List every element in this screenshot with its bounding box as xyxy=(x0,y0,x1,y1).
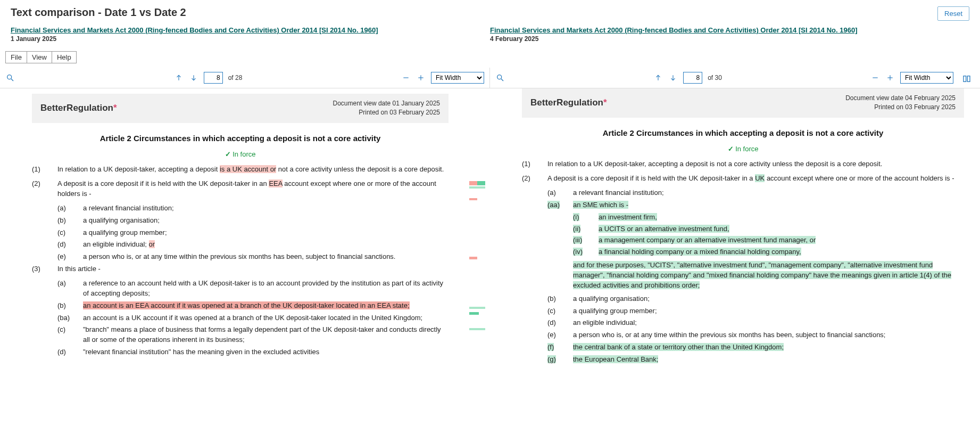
diff-deletion: or xyxy=(149,240,155,248)
zoom-out-icon[interactable] xyxy=(870,73,880,83)
left-zoom-select[interactable]: Fit Width xyxy=(431,72,484,84)
diff-addition: the European Central Bank; xyxy=(573,355,658,363)
page-title: Text comparison - Date 1 vs Date 2 xyxy=(11,6,186,19)
left-toolbar: of 28 Fit Width xyxy=(0,68,490,88)
printed-date: Printed on 03 February 2025 xyxy=(845,103,956,112)
sub-text: a qualifying organisation; xyxy=(83,216,449,226)
diff-marker[interactable] xyxy=(469,257,485,261)
sub-text: an account is an EEA account if it was o… xyxy=(83,301,449,311)
left-doc-page: BetterRegulation* Document view date 01 … xyxy=(0,88,464,372)
left-page-total: of 28 xyxy=(228,74,243,81)
diff-marker[interactable] xyxy=(469,307,485,311)
menu-view[interactable]: View xyxy=(27,52,52,63)
left-doc-topbar: BetterRegulation* Document view date 01 … xyxy=(32,94,449,123)
brand-logo: BetterRegulation* xyxy=(40,102,117,115)
sub-text: a qualifying group member; xyxy=(83,228,449,238)
para-text: In relation to a UK deposit-taker, accep… xyxy=(57,165,449,175)
right-doc-link[interactable]: Financial Services and Markets Act 2000 … xyxy=(490,26,857,34)
reset-button[interactable]: Reset xyxy=(937,6,969,21)
right-doc-topbar: BetterRegulation* Document view date 04 … xyxy=(522,88,964,118)
view-date: Document view date 04 February 2025 xyxy=(845,94,956,103)
in-force-badge: In force xyxy=(32,150,449,160)
para-text: In relation to a UK deposit-taker, accep… xyxy=(547,159,964,169)
sub-text: a person who is, or at any time within t… xyxy=(83,252,449,262)
sub-text: a qualifying group member; xyxy=(573,306,964,316)
diff-addition: and for these purposes, "UCITS", "altern… xyxy=(573,261,951,289)
diff-addition: a management company or an alternative i… xyxy=(599,236,816,244)
left-doc-link[interactable]: Financial Services and Markets Act 2000 … xyxy=(11,26,378,34)
diff-addition: a financial holding company or a mixed f… xyxy=(599,248,801,256)
sub-text: a relevant financial institution; xyxy=(83,203,449,214)
diff-addition: the central bank of a state or territory… xyxy=(573,343,784,351)
zoom-in-icon[interactable] xyxy=(885,73,895,83)
para-num: (2) xyxy=(522,174,547,184)
svg-line-1 xyxy=(11,79,13,81)
svg-line-8 xyxy=(501,79,503,81)
diff-marker[interactable] xyxy=(469,186,485,191)
svg-point-0 xyxy=(7,75,12,79)
right-page-input[interactable] xyxy=(683,72,702,84)
svg-point-7 xyxy=(497,75,502,79)
zoom-out-icon[interactable] xyxy=(401,73,411,83)
menubar: File View Help xyxy=(5,51,77,63)
sub-text: an SME which is - xyxy=(573,200,964,210)
sub-text: a person who is, or at any time within t… xyxy=(573,330,964,340)
diff-deletion: is a UK account or xyxy=(220,165,276,173)
prev-page-icon[interactable] xyxy=(174,73,184,83)
brand-logo: BetterRegulation* xyxy=(530,96,607,110)
subsub-text: an investment firm, xyxy=(599,213,964,223)
svg-rect-15 xyxy=(967,76,970,82)
diff-marker[interactable] xyxy=(469,312,485,316)
next-page-icon[interactable] xyxy=(189,73,198,83)
para-num: (3) xyxy=(32,264,57,274)
diff-addition: an SME which is - xyxy=(573,201,628,209)
search-icon[interactable] xyxy=(5,73,15,83)
left-pane: BetterRegulation* Document view date 01 … xyxy=(0,88,490,372)
article-title: Article 2 Circumstances in which accepti… xyxy=(32,133,449,144)
left-diff-gutter xyxy=(464,88,490,372)
sub-text: a qualifying organisation; xyxy=(573,294,964,304)
subsub-text: a financial holding company or a mixed f… xyxy=(599,247,964,257)
left-page-input[interactable] xyxy=(204,72,223,84)
diff-marker[interactable] xyxy=(469,328,485,332)
sub-text: the European Central Bank; xyxy=(573,355,964,365)
diff-addition: a UCITS or an alternative investment fun… xyxy=(599,225,729,233)
search-icon[interactable] xyxy=(495,73,505,83)
panes: BetterRegulation* Document view date 01 … xyxy=(0,88,980,372)
diff-addition: an investment firm, xyxy=(599,213,657,221)
compare-layout-icon[interactable] xyxy=(962,74,971,84)
diff-deletion: an account is an EEA account if it was o… xyxy=(83,301,410,309)
addition-note: and for these purposes, "UCITS", "altern… xyxy=(573,260,964,291)
right-doc-date: 4 February 2025 xyxy=(490,35,969,43)
para-num: (2) xyxy=(32,179,57,199)
page-header: Text comparison - Date 1 vs Date 2 Reset xyxy=(0,0,980,26)
sub-text: an account is a UK account if it was ope… xyxy=(83,313,449,323)
sub-text: an eligible individual; or xyxy=(83,240,449,250)
menu-help[interactable]: Help xyxy=(52,52,76,63)
para-num: (1) xyxy=(32,165,57,175)
para-text: A deposit is a core deposit if it is hel… xyxy=(57,179,449,199)
prev-page-icon[interactable] xyxy=(653,73,663,83)
para-num: (1) xyxy=(522,159,547,169)
svg-rect-14 xyxy=(964,76,966,82)
sub-text: a reference to an account held with a UK… xyxy=(83,279,449,299)
subsub-text: a management company or an alternative i… xyxy=(599,235,964,246)
right-zoom-select[interactable]: Fit Width xyxy=(900,72,953,84)
printed-date: Printed on 03 February 2025 xyxy=(333,108,440,117)
diff-addition: (aa) xyxy=(547,201,560,209)
zoom-in-icon[interactable] xyxy=(416,73,426,83)
doc-links-row: Financial Services and Markets Act 2000 … xyxy=(0,26,980,46)
diff-marker[interactable] xyxy=(469,198,485,202)
subsub-text: a UCITS or an alternative investment fun… xyxy=(599,224,964,234)
left-doc-date: 1 January 2025 xyxy=(11,35,490,43)
sub-text: an eligible individual; xyxy=(573,318,964,328)
sub-text: "relevant financial institution" has the… xyxy=(83,347,449,357)
diff-marker[interactable] xyxy=(469,181,485,185)
right-toolbar: of 30 Fit Width xyxy=(490,68,980,88)
sub-text: a relevant financial institution; xyxy=(573,188,964,198)
article-title: Article 2 Circumstances in which accepti… xyxy=(522,127,964,139)
next-page-icon[interactable] xyxy=(668,73,678,83)
right-page-total: of 30 xyxy=(708,74,722,81)
menu-file[interactable]: File xyxy=(6,52,27,63)
in-force-badge: In force xyxy=(522,144,964,154)
